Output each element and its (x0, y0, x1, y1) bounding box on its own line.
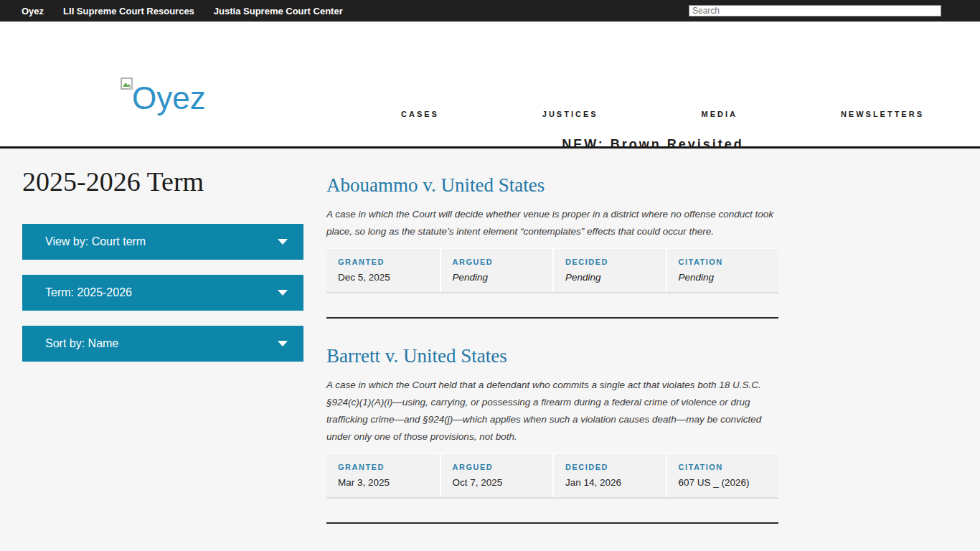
nav-media[interactable]: MEDIA (702, 110, 738, 118)
granted-cell: GRANTED Dec 5, 2025 (326, 249, 440, 292)
filter-group: View by: Court term Term: 2025-2026 Sort… (22, 224, 326, 362)
case-item: Abouammo v. United States A case in whic… (326, 174, 778, 319)
caret-down-icon (278, 341, 288, 347)
logo-text: Oyez (132, 80, 206, 116)
citation-cell: CITATION Pending (666, 249, 779, 292)
case-title-link[interactable]: Barrett v. United States (326, 345, 778, 367)
granted-value: Mar 3, 2025 (338, 477, 434, 488)
citation-label: CITATION (679, 463, 773, 471)
argued-value: Pending (453, 272, 547, 283)
term-label: Term: 2025-2026 (45, 286, 132, 298)
decided-label: DECIDED (565, 258, 660, 266)
decided-cell: DECIDED Pending (552, 249, 666, 292)
nav-justices[interactable]: JUSTICES (542, 110, 598, 118)
topbar-link-lii[interactable]: LII Supreme Court Resources (63, 6, 194, 17)
citation-value: Pending (679, 272, 773, 283)
argued-cell: ARGUED Pending (440, 249, 553, 292)
case-description: A case in which the Court will decide wh… (326, 206, 778, 240)
nav-newsletters[interactable]: NEWSLETTERS (841, 110, 924, 118)
caret-down-icon (278, 290, 288, 296)
content-area: 2025-2026 Term View by: Court term Term:… (0, 149, 980, 551)
view-by-dropdown[interactable]: View by: Court term (22, 224, 303, 260)
search-input[interactable] (689, 5, 941, 17)
argued-label: ARGUED (453, 463, 547, 471)
banner-brown-revisited-link[interactable]: NEW: Brown Revisited (562, 137, 744, 151)
case-title-link[interactable]: Abouammo v. United States (326, 174, 778, 197)
top-utility-bar: Oyez LII Supreme Court Resources Justia … (0, 0, 980, 22)
topbar-link-justia[interactable]: Justia Supreme Court Center (214, 6, 343, 17)
case-status-table: GRANTED Mar 3, 2025 ARGUED Oct 7, 2025 D… (326, 453, 778, 499)
case-item: Barrett v. United States A case in which… (326, 345, 778, 524)
decided-label: DECIDED (565, 463, 660, 471)
granted-cell: GRANTED Mar 3, 2025 (326, 454, 440, 497)
view-by-label: View by: Court term (45, 235, 146, 248)
site-header: Oyez CASES JUSTICES MEDIA NEWSLETTERS NE… (0, 22, 980, 149)
sort-by-label: Sort by: Name (45, 337, 118, 349)
sort-by-dropdown[interactable]: Sort by: Name (22, 326, 303, 362)
term-page-title: 2025-2026 Term (22, 166, 326, 197)
decided-cell: DECIDED Jan 14, 2026 (552, 454, 666, 497)
granted-label: GRANTED (338, 258, 434, 266)
citation-cell: CITATION 607 US _ (2026) (666, 454, 779, 497)
main-navigation: CASES JUSTICES MEDIA NEWSLETTERS (401, 110, 924, 118)
citation-label: CITATION (679, 258, 773, 266)
decided-value: Pending (565, 272, 660, 283)
case-divider (326, 522, 778, 524)
case-divider (326, 317, 778, 319)
granted-value: Dec 5, 2025 (338, 272, 434, 283)
citation-value: 607 US _ (2026) (679, 477, 773, 488)
case-list: Abouammo v. United States A case in whic… (326, 149, 778, 551)
sidebar: 2025-2026 Term View by: Court term Term:… (0, 149, 326, 551)
argued-value: Oct 7, 2025 (453, 477, 547, 488)
nav-cases[interactable]: CASES (401, 110, 439, 118)
case-status-table: GRANTED Dec 5, 2025 ARGUED Pending DECID… (326, 248, 778, 293)
argued-cell: ARGUED Oct 7, 2025 (440, 454, 553, 497)
case-description: A case in which the Court held that a de… (326, 377, 778, 446)
caret-down-icon (278, 239, 288, 245)
argued-label: ARGUED (453, 258, 547, 266)
granted-label: GRANTED (338, 463, 434, 471)
term-dropdown[interactable]: Term: 2025-2026 (22, 275, 303, 311)
topbar-link-oyez[interactable]: Oyez (22, 6, 44, 17)
decided-value: Jan 14, 2026 (565, 477, 660, 488)
banner-container: NEW: Brown Revisited (402, 137, 904, 152)
